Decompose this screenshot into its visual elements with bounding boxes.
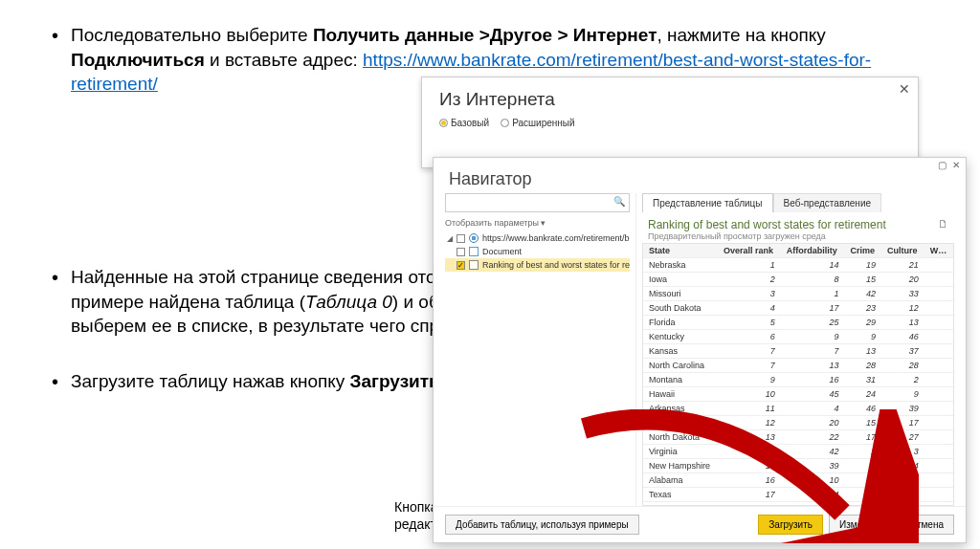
- radio-basic[interactable]: Базовый: [439, 118, 489, 128]
- search-input[interactable]: [445, 193, 630, 212]
- table-row[interactable]: Florida5252913: [643, 316, 953, 330]
- load-button[interactable]: Загрузить: [758, 515, 823, 535]
- table-row[interactable]: Montana916312: [643, 373, 953, 387]
- table-row[interactable]: Alabama16104444: [643, 473, 953, 488]
- refresh-icon[interactable]: 🗋: [938, 218, 948, 230]
- column-header: State: [643, 244, 718, 258]
- display-options[interactable]: Отобразить параметры ▾: [445, 216, 630, 230]
- radio-advanced[interactable]: Расширенный: [501, 118, 574, 128]
- column-header: Affordability: [781, 244, 845, 258]
- table-row[interactable]: South Dakota4172312: [643, 301, 953, 316]
- cancel-button[interactable]: Отмена: [899, 515, 954, 535]
- tree-root[interactable]: ◢https://www.bankrate.com/retirement/bes…: [445, 231, 630, 245]
- table-row[interactable]: Arkansas1144639: [643, 402, 953, 416]
- table-row[interactable]: North Carolina7132828: [643, 359, 953, 373]
- table-row[interactable]: North Dakota13221727: [643, 430, 953, 445]
- close-icon[interactable]: ✕: [952, 160, 960, 170]
- table-row[interactable]: New Hampshire153914: [643, 459, 953, 473]
- tab-web-view[interactable]: Веб-представление: [773, 193, 882, 212]
- column-header: Crime: [845, 244, 882, 258]
- preview-title: Ranking of best and worst states for ret…: [648, 218, 886, 231]
- preview-subtitle: Предварительный просмотр загружен среда: [648, 231, 886, 241]
- column-header: Culture: [881, 244, 924, 258]
- table-row[interactable]: Missouri314233: [643, 287, 953, 301]
- column-header: Overall rank: [718, 244, 781, 258]
- table-row[interactable]: Wisconsin12201517: [643, 416, 953, 430]
- table-row[interactable]: Kansas771337: [643, 344, 953, 359]
- from-web-title: Из Интернета: [422, 77, 918, 114]
- from-web-dialog: ✕ Из Интернета Базовый Расширенный: [421, 77, 919, 168]
- maximize-icon[interactable]: ▢: [938, 160, 947, 170]
- preview-table: StateOverall rankAffordabilityCrimeCultu…: [643, 244, 953, 506]
- tab-table-view[interactable]: Представление таблицы: [642, 193, 773, 212]
- table-row[interactable]: Texas17243730: [643, 488, 953, 502]
- close-icon[interactable]: ✕: [899, 81, 910, 97]
- table-row[interactable]: Iowa281520: [643, 273, 953, 287]
- table-row[interactable]: Hawaii1045249: [643, 387, 953, 402]
- edit-button[interactable]: Изменить: [829, 515, 893, 535]
- table-row[interactable]: Virginia144213: [643, 445, 953, 459]
- tree-table[interactable]: ✓Ranking of best and worst states for re…: [445, 258, 630, 272]
- navigator-dialog: ▢ ✕ Навигатор Отобразить параметры ▾ ◢ht…: [433, 157, 967, 543]
- add-table-button[interactable]: Добавить таблицу, используя примеры: [445, 515, 639, 535]
- column-header: W…: [924, 244, 953, 258]
- table-row[interactable]: Nebraska1141921: [643, 258, 953, 273]
- navigator-title: Навигатор: [434, 158, 966, 193]
- tree-document[interactable]: Document: [445, 245, 630, 258]
- table-row[interactable]: Kentucky69946: [643, 330, 953, 344]
